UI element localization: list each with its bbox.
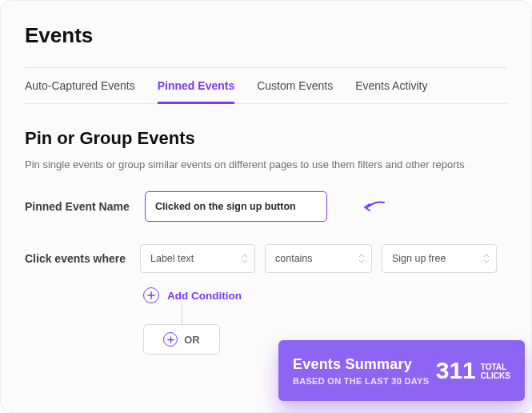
add-condition-button[interactable]: Add Condition: [143, 287, 507, 303]
summary-unit: TOTAL CLICKS: [481, 363, 510, 381]
filter-value-select[interactable]: Sign up free: [382, 244, 497, 273]
filter-operator-select[interactable]: contains: [265, 244, 372, 273]
tab-auto-captured-events[interactable]: Auto-Captured Events: [25, 79, 135, 104]
pinned-section: Pin or Group Events Pin single events or…: [25, 104, 507, 355]
section-description: Pin single events or group similar event…: [25, 158, 507, 170]
updown-icon: [358, 254, 365, 263]
tabs: Auto-Captured Events Pinned Events Custo…: [25, 67, 507, 104]
filter-row: Click events where Label text contains S…: [25, 244, 507, 273]
tab-events-activity[interactable]: Events Activity: [355, 79, 427, 104]
filter-label: Click events where: [25, 252, 130, 265]
plus-icon: [143, 287, 159, 303]
event-name-input[interactable]: [145, 191, 327, 222]
annotation-arrow-icon: [362, 199, 385, 215]
tab-custom-events[interactable]: Custom Events: [257, 79, 333, 104]
add-condition-label: Add Condition: [167, 290, 242, 302]
filter-field-select[interactable]: Label text: [140, 244, 255, 273]
or-label: OR: [184, 334, 200, 346]
filter-value-text: Sign up free: [392, 253, 446, 264]
or-button[interactable]: OR: [143, 324, 220, 355]
connector-line: [182, 303, 182, 324]
page-container: Events Auto-Captured Events Pinned Event…: [0, 0, 532, 413]
tab-pinned-events[interactable]: Pinned Events: [158, 79, 234, 104]
event-name-row: Pinned Event Name: [25, 191, 507, 222]
events-summary-card: Events Summary BASED ON THE LAST 30 DAYS…: [278, 340, 525, 401]
summary-title: Events Summary: [293, 356, 429, 373]
event-name-label: Pinned Event Name: [25, 200, 130, 213]
summary-subtitle: BASED ON THE LAST 30 DAYS: [293, 376, 429, 386]
updown-icon: [242, 254, 248, 263]
page-title: Events: [25, 23, 507, 48]
plus-icon: [163, 332, 178, 347]
updown-icon: [483, 254, 490, 263]
summary-count: 311: [436, 359, 476, 383]
filter-operator-value: contains: [275, 253, 313, 264]
or-connector: OR: [143, 303, 220, 355]
section-title: Pin or Group Events: [25, 128, 507, 149]
filter-field-value: Label text: [150, 253, 194, 264]
